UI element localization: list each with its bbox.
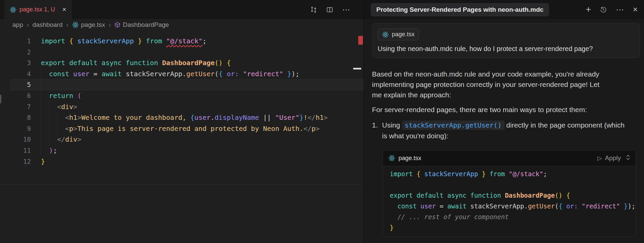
code-block-filename: page.tsx <box>398 155 421 162</box>
code-line-6[interactable]: 6 return ( <box>0 90 364 101</box>
react-icon <box>72 21 79 28</box>
chat-code-line-4: const user = await stackServerApp.getUse… <box>390 201 636 211</box>
editor-tab-bar: page.tsx 1, U ✕ <box>0 0 364 19</box>
list-number: 1. <box>372 120 382 141</box>
user-message-bubble: page.tsx Using the neon-auth.mdc rule, h… <box>372 23 640 58</box>
code-line-3[interactable]: 3export default async function Dashboard… <box>0 57 364 68</box>
code-line-1[interactable]: 1import { stackServerApp } from "@/stack… <box>0 36 364 47</box>
chat-code-line-3: export default async function DashboardP… <box>390 190 636 201</box>
code-line-5[interactable]: 5 <box>0 79 364 90</box>
attached-file-name: page.tsx <box>392 31 415 38</box>
tab-label: page.tsx 1, U <box>19 6 55 13</box>
editor-pane: page.tsx 1, U ✕ ⋯ app <box>0 0 364 243</box>
chat-code-line-5: // ... rest of your component <box>390 211 636 222</box>
assistant-paragraph: Based on the neon-auth.mdc rule and your… <box>372 69 607 100</box>
chat-panel: Protecting Server-Rendered Pages with ne… <box>364 0 644 243</box>
assistant-paragraph: For server-rendered pages, there are two… <box>372 104 607 115</box>
chat-code-block: page.tsx ▷ Apply import { stackServerApp… <box>383 150 636 237</box>
breadcrumb-item-dashboard[interactable]: dashboard <box>33 21 63 29</box>
breadcrumb-separator: › <box>109 21 111 29</box>
code-editor[interactable]: 1import { stackServerApp } from "@/stack… <box>0 31 364 243</box>
overview-ruler-cursor-marker <box>353 68 361 69</box>
apply-play-icon: ▷ <box>597 155 602 162</box>
breadcrumb-item-app[interactable]: app <box>12 21 23 29</box>
inline-code[interactable]: stackServerApp.getUser() <box>402 120 504 130</box>
chat-more-icon[interactable]: ⋯ <box>616 6 624 14</box>
chat-code-line-1: import { stackServerApp } from "@/stack"… <box>390 168 636 179</box>
line-number: 9 <box>0 123 31 134</box>
react-icon <box>382 31 389 38</box>
chat-code-line-2 <box>390 179 636 190</box>
chat-code-line-6: } <box>390 222 636 233</box>
code-line-11[interactable]: 11 ); <box>0 145 364 156</box>
line-number: 12 <box>0 156 31 167</box>
history-icon[interactable] <box>600 6 607 13</box>
panel-drag-handle[interactable] <box>0 95 1 103</box>
line-number: 11 <box>0 145 31 156</box>
open-changes-icon[interactable] <box>310 6 317 13</box>
close-tab-icon[interactable]: ✕ <box>62 6 66 13</box>
chat-close-icon[interactable]: ✕ <box>633 6 638 13</box>
code-line-8[interactable]: 8 <h1>Welcome to your dashboard, {user.d… <box>0 112 364 123</box>
user-message-text: Using the neon-auth.mdc rule, how do I p… <box>378 45 634 53</box>
react-icon <box>10 6 16 13</box>
app-window: page.tsx 1, U ✕ ⋯ app <box>0 0 644 243</box>
code-line-2[interactable]: 2 <box>0 47 364 58</box>
attached-file-chip[interactable]: page.tsx <box>378 29 419 40</box>
line-number: 7 <box>0 101 31 112</box>
symbol-class-icon <box>114 22 120 28</box>
apply-button[interactable]: Apply <box>605 154 621 162</box>
editor-panel-border <box>0 184 364 185</box>
breadcrumb-item-dashboardpage[interactable]: DashboardPage <box>114 21 169 29</box>
line-number: 4 <box>0 68 31 80</box>
chat-content: page.tsx Using the neon-auth.mdc rule, h… <box>364 19 644 237</box>
editor-more-icon[interactable]: ⋯ <box>342 6 350 14</box>
editor-code-rows: 1import { stackServerApp } from "@/stack… <box>0 36 364 167</box>
breadcrumb: app › dashboard › page.tsx › <box>0 19 376 31</box>
line-number: 6 <box>0 90 31 101</box>
react-icon <box>388 155 395 161</box>
code-line-4[interactable]: 4 const user = await stackServerApp.getU… <box>0 68 364 80</box>
line-number: 10 <box>0 134 31 145</box>
list-item-body: Using stackServerApp.getUser() directly … <box>382 120 629 141</box>
breadcrumb-separator: › <box>27 21 29 29</box>
line-number: 2 <box>0 47 31 58</box>
code-line-7[interactable]: 7 <div> <box>0 101 364 112</box>
overview-ruler-error-marker <box>358 36 363 45</box>
line-number: 5 <box>0 79 31 90</box>
tab-page-tsx[interactable]: page.tsx 1, U ✕ <box>4 0 72 19</box>
line-number: 1 <box>0 36 31 47</box>
breadcrumb-separator: › <box>66 21 68 29</box>
code-line-10[interactable]: 10 </div> <box>0 134 364 145</box>
breadcrumb-item-page-tsx[interactable]: page.tsx <box>72 21 105 29</box>
assistant-list-item: 1. Using stackServerApp.getUser() direct… <box>372 120 640 141</box>
code-line-12[interactable]: 12} <box>0 156 364 167</box>
line-number: 8 <box>0 112 31 123</box>
editor-actions: ⋯ <box>310 0 350 19</box>
code-block-header: page.tsx ▷ Apply <box>383 150 636 166</box>
code-line-9[interactable]: 9 <p>This page is server-rendered and pr… <box>0 123 364 134</box>
code-block-body[interactable]: import { stackServerApp } from "@/stack"… <box>383 166 636 237</box>
react-icon <box>382 31 389 38</box>
new-chat-icon[interactable]: + <box>586 5 591 14</box>
react-icon <box>72 21 79 28</box>
react-icon <box>10 6 16 13</box>
line-number: 3 <box>0 57 31 68</box>
react-icon <box>388 155 395 161</box>
split-editor-icon[interactable] <box>326 6 333 13</box>
chat-header: Protecting Server-Rendered Pages with ne… <box>364 0 644 19</box>
chat-title[interactable]: Protecting Server-Rendered Pages with ne… <box>371 3 549 16</box>
expand-chevron-icon[interactable] <box>626 154 630 162</box>
